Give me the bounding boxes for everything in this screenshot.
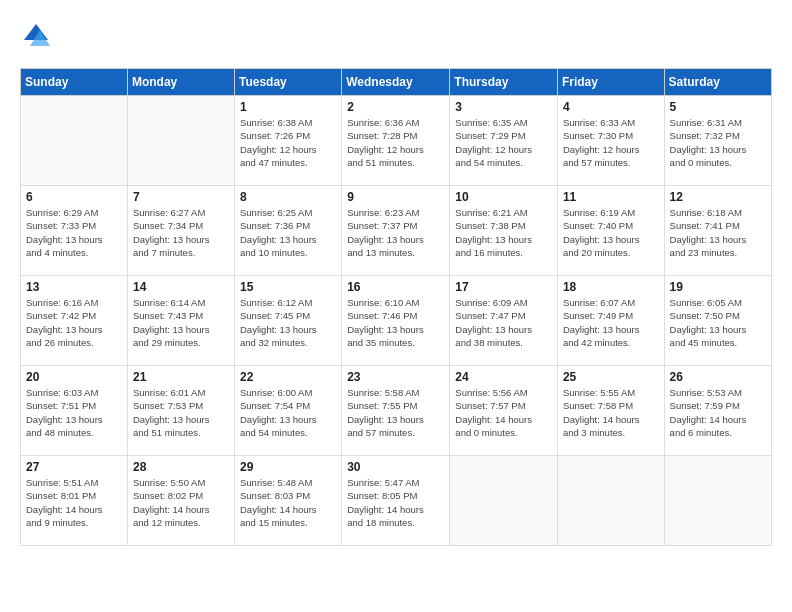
day-number: 22	[240, 370, 336, 384]
calendar-cell: 30Sunrise: 5:47 AM Sunset: 8:05 PM Dayli…	[342, 456, 450, 546]
day-number: 3	[455, 100, 552, 114]
day-number: 16	[347, 280, 444, 294]
day-number: 20	[26, 370, 122, 384]
day-info: Sunrise: 6:33 AM Sunset: 7:30 PM Dayligh…	[563, 116, 659, 169]
day-info: Sunrise: 5:47 AM Sunset: 8:05 PM Dayligh…	[347, 476, 444, 529]
calendar-cell: 13Sunrise: 6:16 AM Sunset: 7:42 PM Dayli…	[21, 276, 128, 366]
logo	[20, 20, 56, 52]
calendar-cell: 8Sunrise: 6:25 AM Sunset: 7:36 PM Daylig…	[235, 186, 342, 276]
day-number: 30	[347, 460, 444, 474]
day-info: Sunrise: 6:35 AM Sunset: 7:29 PM Dayligh…	[455, 116, 552, 169]
day-info: Sunrise: 6:29 AM Sunset: 7:33 PM Dayligh…	[26, 206, 122, 259]
day-number: 7	[133, 190, 229, 204]
day-info: Sunrise: 6:25 AM Sunset: 7:36 PM Dayligh…	[240, 206, 336, 259]
calendar-cell: 11Sunrise: 6:19 AM Sunset: 7:40 PM Dayli…	[557, 186, 664, 276]
day-number: 28	[133, 460, 229, 474]
calendar-cell: 21Sunrise: 6:01 AM Sunset: 7:53 PM Dayli…	[127, 366, 234, 456]
day-info: Sunrise: 6:03 AM Sunset: 7:51 PM Dayligh…	[26, 386, 122, 439]
day-info: Sunrise: 6:10 AM Sunset: 7:46 PM Dayligh…	[347, 296, 444, 349]
day-number: 23	[347, 370, 444, 384]
day-number: 18	[563, 280, 659, 294]
calendar-cell	[450, 456, 558, 546]
day-info: Sunrise: 6:01 AM Sunset: 7:53 PM Dayligh…	[133, 386, 229, 439]
calendar-table: SundayMondayTuesdayWednesdayThursdayFrid…	[20, 68, 772, 546]
day-number: 4	[563, 100, 659, 114]
day-number: 2	[347, 100, 444, 114]
day-info: Sunrise: 5:48 AM Sunset: 8:03 PM Dayligh…	[240, 476, 336, 529]
calendar-cell: 10Sunrise: 6:21 AM Sunset: 7:38 PM Dayli…	[450, 186, 558, 276]
calendar-cell: 23Sunrise: 5:58 AM Sunset: 7:55 PM Dayli…	[342, 366, 450, 456]
calendar-cell: 19Sunrise: 6:05 AM Sunset: 7:50 PM Dayli…	[664, 276, 771, 366]
day-number: 21	[133, 370, 229, 384]
calendar-week-row: 27Sunrise: 5:51 AM Sunset: 8:01 PM Dayli…	[21, 456, 772, 546]
calendar-cell	[557, 456, 664, 546]
column-header-friday: Friday	[557, 69, 664, 96]
day-info: Sunrise: 6:18 AM Sunset: 7:41 PM Dayligh…	[670, 206, 766, 259]
calendar-week-row: 20Sunrise: 6:03 AM Sunset: 7:51 PM Dayli…	[21, 366, 772, 456]
calendar-cell: 27Sunrise: 5:51 AM Sunset: 8:01 PM Dayli…	[21, 456, 128, 546]
calendar-cell: 20Sunrise: 6:03 AM Sunset: 7:51 PM Dayli…	[21, 366, 128, 456]
day-info: Sunrise: 5:55 AM Sunset: 7:58 PM Dayligh…	[563, 386, 659, 439]
calendar-cell: 7Sunrise: 6:27 AM Sunset: 7:34 PM Daylig…	[127, 186, 234, 276]
calendar-cell: 18Sunrise: 6:07 AM Sunset: 7:49 PM Dayli…	[557, 276, 664, 366]
day-info: Sunrise: 6:07 AM Sunset: 7:49 PM Dayligh…	[563, 296, 659, 349]
calendar-cell: 14Sunrise: 6:14 AM Sunset: 7:43 PM Dayli…	[127, 276, 234, 366]
day-info: Sunrise: 6:09 AM Sunset: 7:47 PM Dayligh…	[455, 296, 552, 349]
day-info: Sunrise: 6:38 AM Sunset: 7:26 PM Dayligh…	[240, 116, 336, 169]
calendar-cell: 6Sunrise: 6:29 AM Sunset: 7:33 PM Daylig…	[21, 186, 128, 276]
page-header	[20, 20, 772, 52]
day-number: 17	[455, 280, 552, 294]
calendar-cell	[664, 456, 771, 546]
day-number: 11	[563, 190, 659, 204]
day-info: Sunrise: 6:23 AM Sunset: 7:37 PM Dayligh…	[347, 206, 444, 259]
day-info: Sunrise: 5:58 AM Sunset: 7:55 PM Dayligh…	[347, 386, 444, 439]
column-header-monday: Monday	[127, 69, 234, 96]
day-info: Sunrise: 5:50 AM Sunset: 8:02 PM Dayligh…	[133, 476, 229, 529]
day-number: 15	[240, 280, 336, 294]
calendar-cell: 29Sunrise: 5:48 AM Sunset: 8:03 PM Dayli…	[235, 456, 342, 546]
day-info: Sunrise: 6:31 AM Sunset: 7:32 PM Dayligh…	[670, 116, 766, 169]
day-info: Sunrise: 6:21 AM Sunset: 7:38 PM Dayligh…	[455, 206, 552, 259]
calendar-cell	[127, 96, 234, 186]
day-info: Sunrise: 6:36 AM Sunset: 7:28 PM Dayligh…	[347, 116, 444, 169]
day-info: Sunrise: 5:56 AM Sunset: 7:57 PM Dayligh…	[455, 386, 552, 439]
calendar-cell: 22Sunrise: 6:00 AM Sunset: 7:54 PM Dayli…	[235, 366, 342, 456]
day-number: 24	[455, 370, 552, 384]
calendar-header-row: SundayMondayTuesdayWednesdayThursdayFrid…	[21, 69, 772, 96]
day-number: 13	[26, 280, 122, 294]
day-number: 25	[563, 370, 659, 384]
day-number: 26	[670, 370, 766, 384]
day-number: 27	[26, 460, 122, 474]
calendar-cell: 1Sunrise: 6:38 AM Sunset: 7:26 PM Daylig…	[235, 96, 342, 186]
calendar-cell: 9Sunrise: 6:23 AM Sunset: 7:37 PM Daylig…	[342, 186, 450, 276]
calendar-cell: 28Sunrise: 5:50 AM Sunset: 8:02 PM Dayli…	[127, 456, 234, 546]
calendar-week-row: 13Sunrise: 6:16 AM Sunset: 7:42 PM Dayli…	[21, 276, 772, 366]
day-number: 19	[670, 280, 766, 294]
day-info: Sunrise: 5:51 AM Sunset: 8:01 PM Dayligh…	[26, 476, 122, 529]
calendar-cell	[21, 96, 128, 186]
calendar-cell: 25Sunrise: 5:55 AM Sunset: 7:58 PM Dayli…	[557, 366, 664, 456]
day-info: Sunrise: 5:53 AM Sunset: 7:59 PM Dayligh…	[670, 386, 766, 439]
day-number: 10	[455, 190, 552, 204]
calendar-cell: 16Sunrise: 6:10 AM Sunset: 7:46 PM Dayli…	[342, 276, 450, 366]
calendar-week-row: 6Sunrise: 6:29 AM Sunset: 7:33 PM Daylig…	[21, 186, 772, 276]
column-header-saturday: Saturday	[664, 69, 771, 96]
day-number: 12	[670, 190, 766, 204]
day-number: 6	[26, 190, 122, 204]
column-header-sunday: Sunday	[21, 69, 128, 96]
calendar-cell: 26Sunrise: 5:53 AM Sunset: 7:59 PM Dayli…	[664, 366, 771, 456]
column-header-wednesday: Wednesday	[342, 69, 450, 96]
day-number: 8	[240, 190, 336, 204]
day-info: Sunrise: 6:16 AM Sunset: 7:42 PM Dayligh…	[26, 296, 122, 349]
column-header-thursday: Thursday	[450, 69, 558, 96]
day-number: 14	[133, 280, 229, 294]
day-info: Sunrise: 6:19 AM Sunset: 7:40 PM Dayligh…	[563, 206, 659, 259]
calendar-week-row: 1Sunrise: 6:38 AM Sunset: 7:26 PM Daylig…	[21, 96, 772, 186]
day-number: 29	[240, 460, 336, 474]
calendar-cell: 12Sunrise: 6:18 AM Sunset: 7:41 PM Dayli…	[664, 186, 771, 276]
day-number: 1	[240, 100, 336, 114]
calendar-cell: 5Sunrise: 6:31 AM Sunset: 7:32 PM Daylig…	[664, 96, 771, 186]
column-header-tuesday: Tuesday	[235, 69, 342, 96]
calendar-cell: 24Sunrise: 5:56 AM Sunset: 7:57 PM Dayli…	[450, 366, 558, 456]
day-info: Sunrise: 6:00 AM Sunset: 7:54 PM Dayligh…	[240, 386, 336, 439]
